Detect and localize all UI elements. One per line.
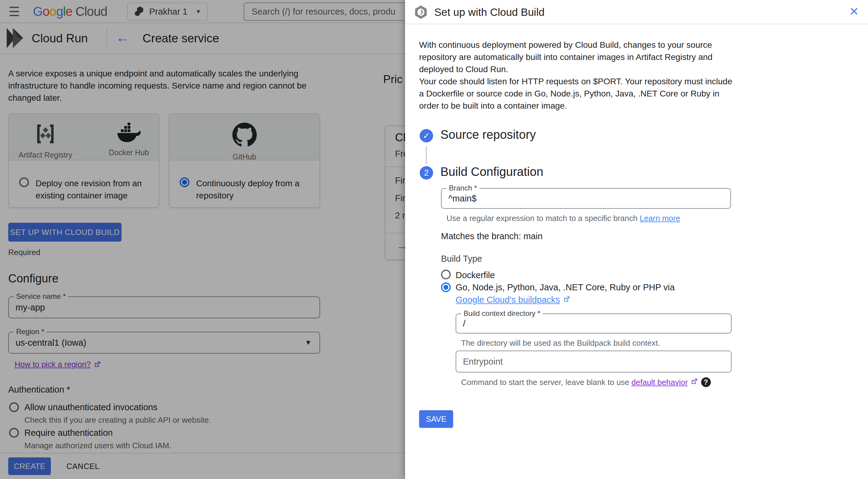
gcp-console-screen: ☰ GoogleCloud Prakhar 1 ▼ Cloud Run ← Cr… (0, 0, 868, 479)
panel-description-p2: Your code should listen for HTTP request… (419, 75, 736, 112)
external-link-icon (562, 296, 570, 303)
panel-description: With continuous deployment powered by Cl… (419, 39, 736, 112)
cloud-build-panel: Set up with Cloud Build ✕ With continuou… (405, 0, 868, 479)
dockerfile-label: Dockerfile (456, 270, 495, 280)
entrypoint-helper: Command to start the server, leave blank… (461, 377, 711, 387)
build-context-label: Build context directory * (461, 309, 543, 318)
step2-title: Build Configuration (440, 165, 543, 179)
dockerfile-radio[interactable] (441, 270, 451, 279)
step2-number-icon: 2 (420, 166, 433, 179)
save-button[interactable]: SAVE (419, 410, 453, 428)
buildpacks-label: Go, Node.js, Python, Java, .NET Core, Ru… (456, 281, 703, 306)
buildpacks-link[interactable]: Google Cloud's buildpacks (456, 295, 560, 305)
entrypoint-input[interactable] (456, 351, 731, 372)
build-context-field: Build context directory * (456, 313, 732, 334)
close-icon[interactable]: ✕ (849, 5, 859, 18)
build-context-helper: The directory will be used as the Buildp… (461, 338, 660, 348)
panel-header: Set up with Cloud Build ✕ (405, 0, 868, 24)
external-link-icon (690, 378, 698, 385)
help-icon[interactable]: ? (701, 377, 711, 387)
step1-title[interactable]: Source repository (440, 128, 536, 141)
branch-helper-text: Use a regular expression to match to a s… (446, 214, 680, 223)
branch-field: Branch * (441, 188, 731, 209)
panel-title: Set up with Cloud Build (434, 6, 545, 18)
branch-input[interactable] (442, 189, 730, 208)
branch-label: Branch * (446, 184, 479, 192)
step1-complete-icon: ✓ (420, 129, 433, 142)
learn-more-link[interactable]: Learn more (640, 214, 680, 223)
panel-description-p1: With continuous deployment powered by Cl… (419, 39, 736, 75)
check-icon: ✓ (423, 131, 430, 141)
entrypoint-field (456, 350, 732, 373)
step-connector (426, 147, 427, 164)
branch-match-result: Matches the branch: main (441, 231, 543, 241)
cloud-build-icon (413, 5, 428, 21)
buildpacks-radio[interactable] (441, 282, 451, 292)
build-type-heading: Build Type (441, 254, 482, 264)
default-behavior-link[interactable]: default behavior (631, 378, 688, 387)
